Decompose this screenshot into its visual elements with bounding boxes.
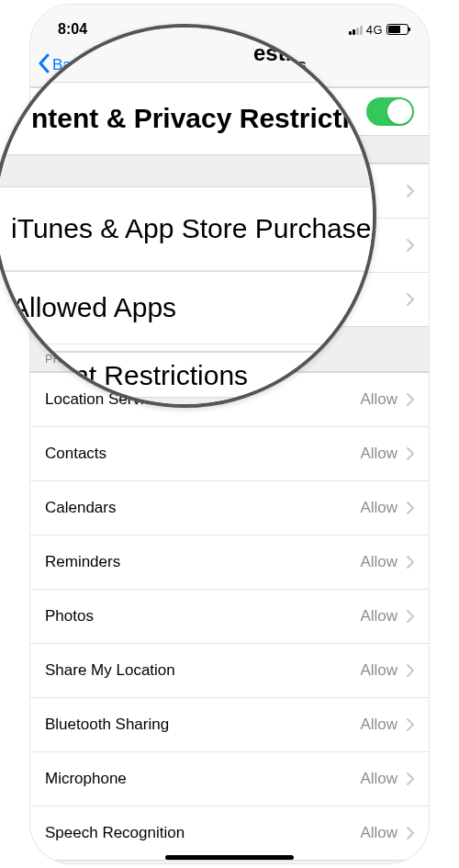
- back-label: Back: [52, 56, 87, 74]
- cell-value: Allow: [360, 390, 397, 409]
- cell-calendars[interactable]: Calendars Allow: [30, 481, 429, 535]
- chevron-right-icon: [407, 664, 414, 677]
- network-label: 4G: [366, 23, 383, 37]
- chevron-right-icon: [407, 293, 414, 306]
- cell-photos[interactable]: Photos Allow: [30, 590, 429, 644]
- cell-label: Contacts: [45, 445, 106, 463]
- battery-icon: [386, 24, 409, 35]
- chevron-right-icon: [407, 827, 414, 840]
- toggle-label: Content & Privacy Restrictions: [45, 104, 231, 119]
- cell-itunes-purchases[interactable]: iTunes & App Store Purchases: [30, 164, 429, 219]
- cell-label: iTunes & App Store Purchases: [45, 182, 257, 200]
- cell-bluetooth-sharing[interactable]: Bluetooth Sharing Allow: [30, 698, 429, 752]
- cell-label: Speech Recognition: [45, 824, 185, 842]
- signal-icon: [349, 25, 363, 35]
- phone-frame: 8:04 4G Back Content Restrictions Conten…: [30, 5, 429, 863]
- privacy-section-header: Privacy: [30, 327, 429, 372]
- chevron-right-icon: [407, 718, 414, 731]
- cell-value: Allow: [360, 716, 397, 734]
- cell-content-restrictions[interactable]: Content Restrictions: [30, 273, 429, 327]
- chevron-right-icon: [407, 556, 414, 569]
- chevron-left-icon: [38, 53, 50, 77]
- cell-allowed-apps[interactable]: Allowed Apps: [30, 219, 429, 273]
- cell-label: Bluetooth Sharing: [45, 716, 169, 734]
- chevron-right-icon: [407, 239, 414, 252]
- home-indicator[interactable]: [165, 855, 294, 860]
- chevron-right-icon: [407, 772, 414, 785]
- group-gap: [30, 136, 429, 163]
- cell-contacts[interactable]: Contacts Allow: [30, 427, 429, 481]
- cell-reminders[interactable]: Reminders Allow: [30, 535, 429, 590]
- status-bar: 8:04 4G: [30, 5, 429, 43]
- cell-value: Allow: [360, 553, 397, 571]
- chevron-right-icon: [407, 185, 414, 197]
- status-right: 4G: [349, 23, 409, 37]
- chevron-right-icon: [407, 447, 414, 460]
- cell-share-my-location[interactable]: Share My Location Allow: [30, 644, 429, 698]
- cell-label: Reminders: [45, 553, 120, 571]
- cell-label: Allowed Apps: [45, 236, 139, 254]
- chevron-right-icon: [407, 610, 414, 623]
- cell-location-services[interactable]: Location Services Allow: [30, 373, 429, 427]
- cell-value: Allow: [360, 770, 397, 788]
- main-items-list: iTunes & App Store Purchases Allowed App…: [30, 163, 429, 327]
- cell-label: Calendars: [45, 499, 117, 517]
- cell-speech-recognition[interactable]: Speech Recognition Allow: [30, 806, 429, 861]
- cell-value: Allow: [360, 607, 397, 626]
- page-title: Content Restrictions: [30, 56, 429, 74]
- navbar: Back Content Restrictions: [30, 43, 429, 87]
- cell-label: Location Services: [45, 390, 168, 409]
- status-time: 8:04: [58, 21, 87, 38]
- cell-value: Allow: [360, 445, 397, 463]
- content-privacy-toggle[interactable]: [366, 97, 414, 126]
- cell-label: Photos: [45, 607, 94, 626]
- cell-label: Content Restrictions: [45, 290, 185, 309]
- cell-value: Allow: [360, 824, 397, 842]
- back-button[interactable]: Back: [38, 53, 87, 77]
- cell-label: Share My Location: [45, 661, 175, 680]
- toggle-group: Content & Privacy Restrictions: [30, 87, 429, 136]
- cell-microphone[interactable]: Microphone Allow: [30, 752, 429, 806]
- cell-label: Microphone: [45, 770, 127, 788]
- cell-value: Allow: [360, 661, 397, 680]
- privacy-list: Location Services Allow Contacts Allow C…: [30, 372, 429, 861]
- content-privacy-toggle-row: Content & Privacy Restrictions: [30, 88, 429, 136]
- cell-value: Allow: [360, 499, 397, 517]
- chevron-right-icon: [407, 393, 414, 406]
- chevron-right-icon: [407, 502, 414, 514]
